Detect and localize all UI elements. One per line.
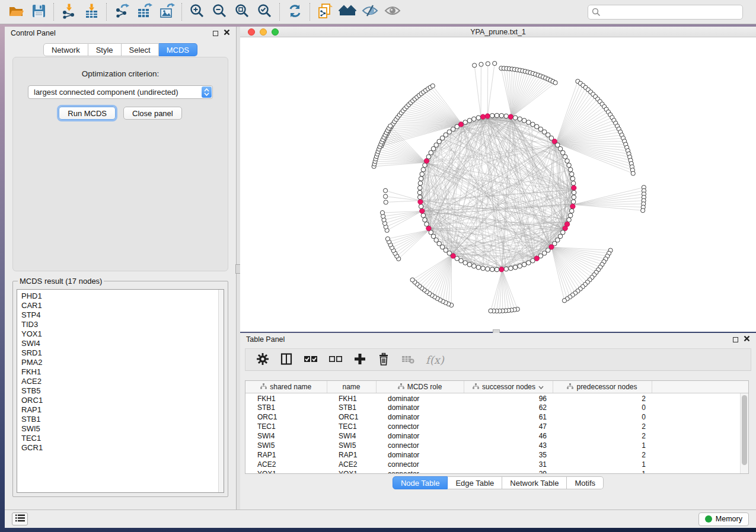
network-node[interactable] [641,209,645,213]
table-cell[interactable]: RAP1 [245,450,327,460]
table-row[interactable]: TEC1TEC1connector472 [245,422,748,431]
task-history-button[interactable] [12,512,28,525]
table-cell[interactable]: ORC1 [245,412,327,422]
export-image-button[interactable] [155,2,178,22]
network-node[interactable] [490,267,495,272]
network-node[interactable] [472,264,477,268]
network-node[interactable] [495,267,499,272]
table-cell[interactable]: dominator [376,431,464,441]
mcds-result-item[interactable]: ACE2 [21,377,224,386]
zoom-in-button[interactable] [186,2,208,22]
tab-style[interactable]: Style [88,43,122,56]
network-node[interactable] [527,120,531,125]
network-node[interactable] [420,209,425,213]
criterion-select[interactable]: largest connected component (undirected) [28,85,213,99]
table-cell[interactable]: 96 [464,393,553,403]
network-node[interactable] [513,265,518,270]
network-node[interactable] [489,309,493,313]
table-cell[interactable]: ACE2 [327,460,376,469]
table-row[interactable]: STB1STB1dominator620 [245,403,748,412]
tab-motifs[interactable]: Motifs [567,476,604,489]
network-graph[interactable] [240,37,756,331]
mcds-result-item[interactable]: TID3 [21,320,224,329]
network-node[interactable] [467,118,472,123]
table-cell[interactable]: YOX1 [327,469,376,475]
network-overview-button[interactable] [336,2,359,22]
column-header-MCDS-role[interactable]: MCDS role [376,381,464,393]
network-node[interactable] [527,261,531,265]
network-node[interactable] [467,262,472,267]
show-columns-button[interactable] [280,352,293,367]
table-cell[interactable]: 29 [464,469,553,475]
network-node[interactable] [425,222,429,227]
mcds-result-item[interactable]: SWI4 [21,339,224,348]
network-node[interactable] [472,117,477,121]
mcds-result-item[interactable]: YOX1 [21,329,224,339]
network-node[interactable] [417,195,422,200]
network-node[interactable] [385,237,390,241]
import-network-button[interactable] [58,2,80,22]
mcds-result-list[interactable]: PHD1CAR1STP4TID3YOX1SWI4SRD1PMA2FKH1ACE2… [17,289,224,493]
mcds-result-item[interactable]: PHD1 [21,291,224,301]
network-node[interactable] [568,213,573,218]
column-header-name[interactable]: name [327,381,376,393]
result-scrollbar[interactable] [218,290,224,492]
table-cell[interactable]: STB1 [327,403,376,412]
network-node[interactable] [426,155,431,159]
network-node[interactable] [567,163,572,168]
close-panel-icon[interactable] [744,335,750,344]
table-cell[interactable]: 2 [553,422,652,431]
zoom-out-button[interactable] [208,2,231,22]
table-cell[interactable]: 62 [464,403,553,412]
network-node[interactable] [493,61,497,65]
network-node[interactable] [384,194,388,198]
table-row[interactable]: YOX1YOX1connector291 [245,469,748,475]
table-cell[interactable]: SWI5 [327,441,376,450]
table-cell[interactable]: ACE2 [245,460,327,469]
hide-panels-button[interactable] [359,2,381,22]
network-node[interactable] [480,114,485,119]
network-node[interactable] [499,113,504,118]
network-node[interactable] [388,124,393,128]
network-node[interactable] [504,114,509,118]
table-cell[interactable]: dominator [376,393,464,403]
network-node[interactable] [565,159,570,164]
network-node[interactable] [380,210,384,214]
network-node[interactable] [423,163,428,168]
network-node[interactable] [499,267,504,272]
network-node[interactable] [418,199,423,204]
network-node[interactable] [531,122,535,127]
run-mcds-button[interactable]: Run MCDS [59,107,116,120]
network-node[interactable] [417,185,422,190]
network-node[interactable] [384,200,388,204]
chevron-down-icon[interactable] [538,383,544,391]
network-node[interactable] [553,81,557,85]
network-node[interactable] [476,116,481,120]
table-cell[interactable]: 0 [553,403,652,412]
network-node[interactable] [383,188,387,193]
network-node[interactable] [410,278,414,282]
table-cell[interactable]: 35 [464,450,553,460]
network-node[interactable] [486,267,490,271]
function-builder-button[interactable]: f(x) [426,354,444,366]
network-node[interactable] [476,265,481,270]
table-row[interactable]: RAP1RAP1dominator352 [245,450,748,460]
import-table-button[interactable] [80,2,103,22]
table-cell[interactable]: STB1 [245,403,327,412]
network-node[interactable] [417,190,422,195]
table-row[interactable]: FKH1FKH1dominator962 [245,393,748,403]
open-file-button[interactable] [5,2,27,22]
duplicate-network-button[interactable] [314,2,336,22]
table-cell[interactable]: 1 [553,441,652,450]
table-cell[interactable]: YOX1 [245,469,327,475]
table-cell[interactable]: 46 [464,431,553,441]
network-node[interactable] [570,177,575,181]
close-panel-button[interactable]: Close panel [123,107,182,120]
zoom-selected-button[interactable] [253,2,276,22]
table-cell[interactable]: RAP1 [327,450,376,460]
table-cell[interactable]: 2 [553,450,652,460]
export-table-button[interactable] [133,2,155,22]
mcds-result-item[interactable]: FKH1 [21,367,224,377]
mcds-result-item[interactable]: TEC1 [21,434,224,443]
network-node[interactable] [473,63,477,68]
